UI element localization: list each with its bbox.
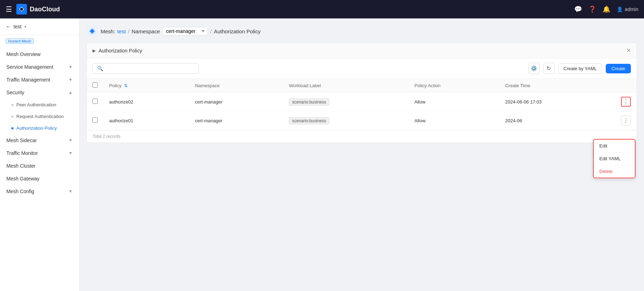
create-time-column-header: Create Time bbox=[500, 79, 615, 93]
policy-cell: authorize01 bbox=[103, 111, 189, 130]
breadcrumb-separator: / bbox=[210, 28, 212, 34]
admin-label: admin bbox=[625, 6, 638, 12]
breadcrumb-namespace-label: Namespace bbox=[131, 28, 160, 34]
settings-icon-button[interactable]: ⚙️ bbox=[528, 63, 540, 74]
chevron-down-icon: ▼ bbox=[68, 77, 73, 82]
breadcrumb: Mesh: test / Namespace cert-manager defa… bbox=[86, 26, 637, 37]
authorization-policy-panel: ▶ Authorization Policy ✕ 🔍 ⚙️ ↻ Create b… bbox=[86, 43, 637, 143]
svg-point-3 bbox=[91, 30, 94, 33]
workload-label-cell: scenario:business bbox=[283, 111, 409, 130]
search-box[interactable]: 🔍 bbox=[93, 63, 199, 74]
policy-cell: authorize02 bbox=[103, 93, 189, 111]
dot-active-icon bbox=[11, 127, 13, 129]
policy-action-column-header: Policy Action bbox=[409, 79, 499, 93]
sidebar-item-label: Traffic Management bbox=[6, 77, 68, 83]
user-menu[interactable]: 👤 admin bbox=[617, 6, 638, 12]
row-checkbox-cell bbox=[87, 111, 103, 130]
row-checkbox-cell bbox=[87, 93, 103, 111]
table-header: Policy ⇅ Namespace Workload Label Policy… bbox=[87, 79, 637, 93]
sidebar-item-mesh-overview[interactable]: Mesh Overview bbox=[0, 48, 79, 61]
sidebar-item-security[interactable]: Security ▲ bbox=[0, 86, 79, 99]
row-checkbox[interactable] bbox=[93, 99, 98, 104]
row-actions-button[interactable]: ⋮ bbox=[621, 116, 631, 125]
select-all-header bbox=[87, 79, 103, 93]
sidebar-item-label: Traffic Monitor bbox=[6, 150, 68, 156]
actions-column-header bbox=[615, 79, 637, 93]
panel-close-button[interactable]: ✕ bbox=[626, 47, 631, 54]
sidebar-item-mesh-gateway[interactable]: Mesh Gateway bbox=[0, 172, 79, 185]
create-yaml-button[interactable]: Create by YAML bbox=[558, 63, 602, 74]
sidebar-item-traffic-monitor[interactable]: Traffic Monitor ▼ bbox=[0, 147, 79, 160]
logo-text: DaoCloud bbox=[30, 6, 60, 13]
sidebar-item-request-authentication[interactable]: Request Authentication bbox=[0, 111, 79, 122]
chevron-down-icon: ▼ bbox=[68, 151, 73, 156]
mesh-icon bbox=[86, 26, 98, 37]
sidebar-item-label: Security bbox=[6, 90, 68, 95]
row-checkbox[interactable] bbox=[93, 117, 98, 123]
sidebar-item-label: Mesh Sidecar bbox=[6, 138, 68, 143]
policy-column-label: Policy bbox=[109, 83, 122, 88]
logo: DaoCloud bbox=[16, 4, 60, 15]
table-row: authorize02 cert-manager scenario:busine… bbox=[87, 93, 637, 111]
sidebar-item-peer-authentication[interactable]: Peer Authentication bbox=[0, 99, 79, 111]
table-toolbar: 🔍 ⚙️ ↻ Create by YAML Create bbox=[87, 58, 637, 79]
hamburger-icon[interactable]: ☰ bbox=[6, 5, 12, 13]
sidebar-item-mesh-sidecar[interactable]: Mesh Sidecar ▼ bbox=[0, 134, 79, 147]
help-icon[interactable]: ❓ bbox=[588, 5, 596, 13]
sort-icon[interactable]: ⇅ bbox=[124, 83, 128, 88]
table-row: authorize01 cert-manager scenario:busine… bbox=[87, 111, 637, 130]
panel-title-text: Authorization Policy bbox=[99, 48, 142, 54]
breadcrumb-test-link[interactable]: test bbox=[117, 28, 126, 34]
security-submenu: Peer Authentication Request Authenticati… bbox=[0, 99, 79, 134]
sidebar-nav: Mesh Overview Service Management ▼ Traff… bbox=[0, 45, 79, 201]
breadcrumb-mesh-label: Mesh: bbox=[101, 28, 115, 34]
context-menu: Edit Edit YAML Delete bbox=[593, 139, 635, 178]
sidebar-item-authorization-policy[interactable]: Authorization Policy bbox=[0, 122, 79, 134]
refresh-icon-button[interactable]: ↻ bbox=[543, 63, 555, 74]
sidebar-back-button[interactable]: ← test ▼ bbox=[6, 23, 27, 30]
user-avatar-icon: 👤 bbox=[617, 6, 623, 12]
context-menu-edit[interactable]: Edit bbox=[594, 140, 635, 152]
sidebar-item-label: Peer Authentication bbox=[16, 102, 56, 107]
workload-label-tag: scenario:business bbox=[289, 99, 329, 106]
namespace-select[interactable]: cert-manager default kube-system istio-s… bbox=[162, 27, 208, 35]
select-all-checkbox[interactable] bbox=[93, 82, 98, 88]
workload-label-tag: scenario:business bbox=[289, 117, 329, 124]
chevron-up-icon: ▲ bbox=[68, 90, 73, 95]
create-button[interactable]: Create bbox=[606, 64, 631, 73]
search-input[interactable] bbox=[105, 66, 194, 71]
sidebar-item-service-management[interactable]: Service Management ▼ bbox=[0, 61, 79, 73]
sidebar-item-traffic-management[interactable]: Traffic Management ▼ bbox=[0, 73, 79, 86]
sidebar-item-label: Mesh Gateway bbox=[6, 176, 73, 181]
table-body: authorize02 cert-manager scenario:busine… bbox=[87, 93, 637, 130]
sidebar-item-label: Mesh Config bbox=[6, 189, 68, 194]
workload-label-cell: scenario:business bbox=[283, 93, 409, 111]
chevron-down-icon: ▼ bbox=[68, 138, 73, 143]
panel-header: ▶ Authorization Policy ✕ bbox=[87, 43, 637, 58]
hosted-mesh-badge: Hosted Mesh bbox=[6, 38, 34, 44]
breadcrumb-separator: / bbox=[128, 28, 129, 34]
main-content: Mesh: test / Namespace cert-manager defa… bbox=[79, 18, 644, 291]
context-menu-edit-yaml[interactable]: Edit YAML bbox=[594, 152, 635, 165]
sidebar-item-mesh-config[interactable]: Mesh Config ▼ bbox=[0, 185, 79, 198]
message-icon[interactable]: 💬 bbox=[574, 5, 582, 13]
search-icon: 🔍 bbox=[97, 66, 103, 71]
table-footer: Total 2 records bbox=[87, 130, 637, 142]
sidebar-item-label: Authorization Policy bbox=[16, 125, 57, 131]
row-actions-cell: ⋮ bbox=[615, 111, 637, 130]
back-arrow-icon: ← bbox=[6, 23, 11, 30]
create-time-cell: 2024-06-06 17:03 bbox=[500, 93, 615, 111]
sidebar-item-mesh-cluster[interactable]: Mesh Cluster bbox=[0, 160, 79, 172]
sidebar-header: ← test ▼ bbox=[0, 18, 79, 35]
panel-expand-icon[interactable]: ▶ bbox=[93, 48, 96, 53]
row-actions-button[interactable]: ⋮ bbox=[621, 97, 631, 107]
sidebar: ← test ▼ Hosted Mesh Mesh Overview Servi… bbox=[0, 18, 79, 291]
sidebar-item-label: Mesh Overview bbox=[6, 51, 73, 57]
panel-title: ▶ Authorization Policy bbox=[93, 48, 142, 54]
notification-icon[interactable]: 🔔 bbox=[603, 5, 610, 13]
context-menu-delete[interactable]: Delete bbox=[594, 165, 635, 178]
row-actions-cell: ⋮ bbox=[615, 93, 637, 111]
sidebar-item-label: Request Authentication bbox=[16, 114, 64, 119]
policy-action-cell: Allow bbox=[409, 93, 499, 111]
workload-label-column-header: Workload Label bbox=[283, 79, 409, 93]
